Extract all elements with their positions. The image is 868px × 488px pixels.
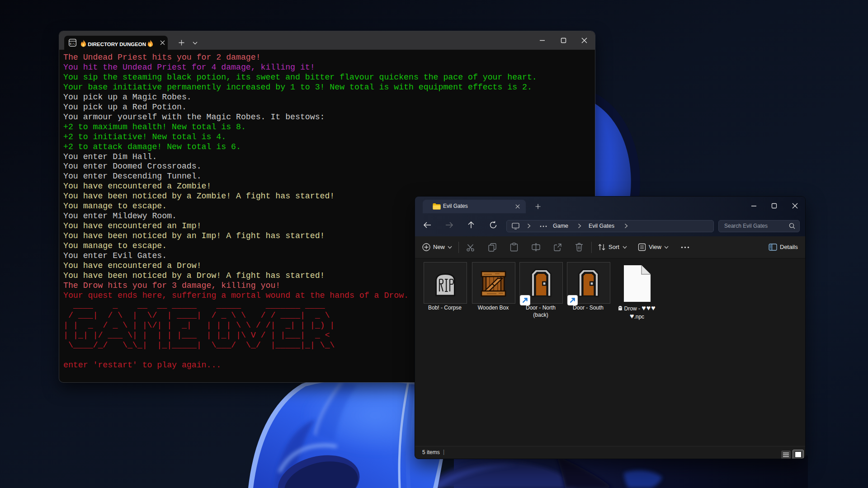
- svg-text:C:\: C:\: [70, 42, 75, 46]
